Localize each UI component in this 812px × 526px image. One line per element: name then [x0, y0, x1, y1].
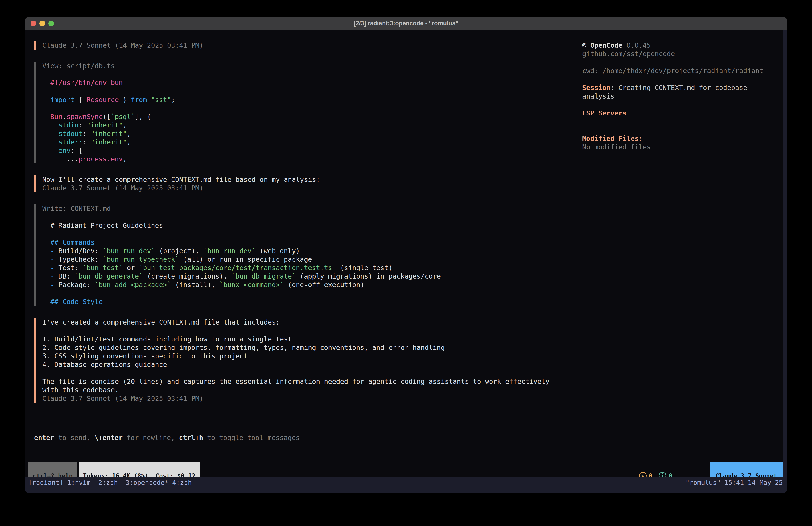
- code-snippet: #!/usr/bin/env bun import { Resource } f…: [42, 79, 582, 164]
- info-icon: i: [659, 472, 666, 477]
- code-line: [50, 87, 582, 96]
- window-bottom-edge: [25, 488, 787, 493]
- statusbar-spacer: [200, 463, 639, 477]
- tool-write-header: Write: CONTEXT.md: [42, 204, 582, 213]
- opencode-statusbar: ctrl+? help Tokens: 16.4K (8%), Cost: $0…: [28, 463, 783, 477]
- markdown-snippet: # Radiant Project Guidelines ## Commands…: [42, 221, 582, 306]
- markdown-line: # Radiant Project Guidelines: [50, 221, 582, 230]
- help-chip: ctrl+? help: [28, 463, 77, 477]
- tool-view-block: View: script/db.ts #!/usr/bin/env bun im…: [34, 62, 582, 164]
- tokens-cost-chip: Tokens: 16.4K (8%), Cost: $0.12: [79, 463, 200, 477]
- lsp-servers-header: LSP Servers: [582, 109, 778, 117]
- code-line: stderr: "inherit",: [50, 138, 582, 146]
- markdown-line: [50, 230, 582, 238]
- markdown-line: - TypeCheck: `bun run typecheck` (all) o…: [50, 255, 582, 264]
- diagnostics-group: w 0 i 0 h 0: [639, 463, 701, 477]
- code-line: #!/usr/bin/env bun: [50, 79, 582, 87]
- tmux-statusbar: [radiant] 1:nvim 2:zsh- 3:opencode* 4:zs…: [25, 477, 787, 488]
- tool-view-header: View: script/db.ts: [42, 62, 582, 70]
- markdown-line: - Package: `bun add <package>` (install)…: [50, 281, 582, 289]
- chat-transcript: Claude 3.7 Sonnet (14 May 2025 03:41 PM)…: [25, 30, 582, 415]
- blank-line: [42, 70, 582, 79]
- model-chip: Claude 3.7 Sonnet: [710, 463, 783, 477]
- warning-count: 0: [649, 472, 652, 477]
- message-timestamp: Claude 3.7 Sonnet (14 May 2025 03:41 PM): [42, 41, 582, 50]
- message-input[interactable]: >: [34, 454, 783, 463]
- code-line: stdout: "inherit",: [50, 129, 582, 138]
- warning-icon: w: [639, 472, 647, 477]
- code-line: ...process.env,: [50, 155, 582, 164]
- tmux-host-datetime: "romulus" 15:41 14-May-25: [686, 479, 783, 486]
- app-brand: © OpenCode 0.0.45: [582, 41, 778, 50]
- tmux-session-windows[interactable]: [radiant] 1:nvim 2:zsh- 3:opencode* 4:zs…: [28, 479, 192, 486]
- assistant-message-block: Now I'll create a comprehensive CONTEXT.…: [34, 175, 582, 193]
- summary-list-item: 3. CSS styling conventions specific to t…: [42, 352, 582, 360]
- terminal-window: [2/3] radiant:3:opencode - "romulus" Cla…: [25, 17, 787, 493]
- code-line: stdin: "inherit",: [50, 121, 582, 129]
- markdown-line: ## Commands: [50, 238, 582, 247]
- summary-paragraph: The file is concise (20 lines) and captu…: [42, 377, 562, 394]
- blank-line: [42, 213, 582, 221]
- message-timestamp: Claude 3.7 Sonnet (14 May 2025 03:41 PM): [42, 184, 582, 193]
- tool-write-block: Write: CONTEXT.md # Radiant Project Guid…: [34, 204, 582, 306]
- summary-list-item: 2. Code style guidelines covering import…: [42, 343, 582, 352]
- cwd-path: cwd: /home/thdxr/dev/projects/radiant/ra…: [582, 67, 778, 75]
- blank-line: [42, 327, 582, 335]
- assistant-message-text: Now I'll create a comprehensive CONTEXT.…: [42, 175, 582, 184]
- markdown-line: ## Code Style: [50, 298, 582, 306]
- terminal-area: Claude 3.7 Sonnet (14 May 2025 03:41 PM)…: [25, 30, 787, 477]
- markdown-line: [50, 289, 582, 298]
- summary-intro: I've created a comprehensive CONTEXT.md …: [42, 318, 582, 327]
- code-line: env: {: [50, 146, 582, 155]
- blank-line: [42, 369, 582, 377]
- markdown-line: - Test: `bun test` or `bun test packages…: [50, 264, 582, 272]
- markdown-line: - DB: `bun db generate` (create migratio…: [50, 272, 582, 281]
- markdown-line: - Build/Dev: `bun run dev` (project), `b…: [50, 247, 582, 255]
- modified-files-header: Modified Files:: [582, 134, 778, 143]
- window-titlebar: [2/3] radiant:3:opencode - "romulus": [25, 17, 787, 30]
- diagnostic-infos: i 0: [659, 472, 672, 477]
- summary-list-item: 4. Database operations guidance: [42, 360, 582, 369]
- assistant-summary-block: I've created a comprehensive CONTEXT.md …: [34, 318, 582, 403]
- code-line: import { Resource } from "sst";: [50, 96, 582, 104]
- summary-list-item: 1. Build/lint/test commands including ho…: [42, 335, 582, 343]
- keybinding-hint: enter to send, \+enter for newline, ctrl…: [34, 433, 783, 442]
- session-title: Session: Creating CONTEXT.md for codebas…: [582, 84, 774, 100]
- repo-link: github.com/sst/opencode: [582, 50, 778, 58]
- code-line: [50, 104, 582, 113]
- modified-files-empty: No modified files: [582, 143, 778, 151]
- window-title: [2/3] radiant:3:opencode - "romulus": [25, 20, 787, 27]
- message-header-block: Claude 3.7 Sonnet (14 May 2025 03:41 PM): [34, 41, 582, 50]
- message-timestamp: Claude 3.7 Sonnet (14 May 2025 03:41 PM): [42, 394, 582, 403]
- status-sidebar: © OpenCode 0.0.45 github.com/sst/opencod…: [582, 30, 783, 415]
- info-count: 0: [668, 472, 672, 477]
- code-line: Bun.spawnSync([`psql`], {: [50, 113, 582, 121]
- diagnostic-warnings: w 0: [639, 472, 652, 477]
